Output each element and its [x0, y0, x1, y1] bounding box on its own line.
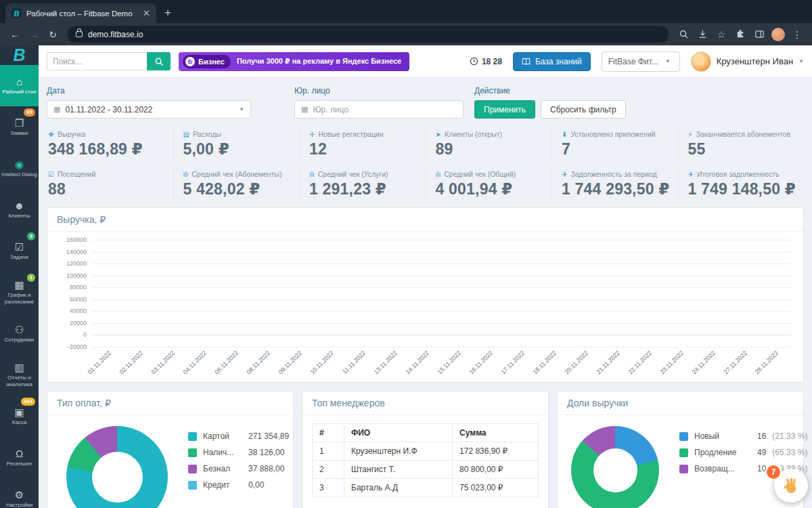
sidebar-item-reports[interactable]: ▥Отчеты и аналитика: [0, 354, 39, 396]
back-icon[interactable]: ←: [7, 29, 23, 40]
stat-value: 89: [436, 140, 548, 158]
sidebar-item-clients[interactable]: ☻Клиенты: [0, 189, 39, 230]
sidebar-item-label: Клиенты: [8, 213, 30, 219]
payment-types-card: Тип оплат, ₽ Картой271 354,89Налич...38 …: [47, 391, 294, 508]
legend-swatch-icon: [679, 465, 688, 473]
new-registrations-icon: ✛: [309, 131, 315, 138]
stat-value: 4 001,94 ₽: [436, 180, 548, 198]
building-icon: ▦: [301, 105, 308, 114]
sidebar-item-requests[interactable]: ❐Заявки69: [0, 106, 39, 148]
new-tab-button[interactable]: +: [164, 6, 171, 20]
stat-value: 88: [48, 180, 169, 198]
search-icon[interactable]: [675, 26, 692, 43]
download-icon[interactable]: [694, 26, 710, 43]
sidebar-item-tasks[interactable]: ☑Задачи3: [0, 230, 39, 272]
date-range-input[interactable]: ▦ 01.11.2022 - 30.11.2022 ▼: [47, 100, 251, 119]
sidebar-item-staff[interactable]: ⚇Сотрудники: [0, 313, 39, 354]
app: B ⌂Рабочий стол❐Заявки69◉Intellect Dialo…: [0, 45, 812, 508]
legend-item[interactable]: Кредит0,00: [188, 480, 289, 490]
legend-item[interactable]: Продление49(65.33 %): [679, 448, 807, 457]
stat-value: 1 744 293,50 ₽: [562, 180, 674, 198]
stat-label-text: Расходы: [193, 130, 221, 138]
payments-legend: Картой271 354,89Налич...38 126,00Безнал3…: [188, 426, 289, 508]
manager-cell: 3: [313, 479, 344, 497]
bookmark-star-icon[interactable]: ☆: [713, 26, 729, 43]
sidebar-item-dashboard[interactable]: ⌂Рабочий стол: [0, 65, 39, 106]
staff-icon: ⚇: [15, 324, 24, 335]
promo-banner[interactable]: Б Бизнес Получи 3000 ₽ на рекламу в Янде…: [179, 52, 409, 71]
search-button[interactable]: [147, 52, 171, 70]
revenue-chart-plot: -200000200004000060000800001000001200001…: [92, 240, 791, 347]
stat-value: 5,00 ₽: [183, 140, 296, 158]
stat-label-text: Новые регистрации: [318, 130, 383, 138]
schedule-icon: ▦: [14, 280, 24, 290]
legal-entity-input[interactable]: ▦ Юр. лицо: [294, 100, 464, 119]
sidebar-item-label: График и расписание: [1, 292, 37, 304]
tab-close-icon[interactable]: ✕: [143, 8, 150, 18]
stat-avg-check-total: ılıСредний чек (Общий)4 001,94 ₽: [426, 169, 552, 199]
chat-widget[interactable]: 7: [774, 469, 808, 503]
club-select[interactable]: FitBase Фит... ▼: [602, 51, 680, 72]
revenue-chart: -200000200004000060000800001000001200001…: [47, 232, 803, 382]
browser-menu-icon[interactable]: ⋮: [789, 26, 805, 43]
x-tick-label: 24.11.2022: [696, 347, 727, 381]
waving-hand-icon: [782, 476, 800, 495]
stat-value: 5 428,02 ₽: [183, 180, 296, 198]
manager-row: 1Крузенштерн И.Ф172 836,90 ₽: [313, 442, 539, 461]
chevron-down-icon: ▼: [665, 58, 671, 64]
revenue-shares-card: Доли выручки Новый16(21.33 %)Продление49…: [557, 391, 804, 508]
legend-item[interactable]: Новый16(21.33 %): [679, 431, 807, 441]
work-timer[interactable]: 18 28: [470, 57, 502, 66]
shares-donut: [571, 426, 659, 508]
date-filter-label: Дата: [47, 86, 251, 96]
legend-item[interactable]: Картой271 354,89: [188, 431, 289, 441]
y-tick-label: -20000: [58, 343, 87, 350]
filters-bar: Дата ▦ 01.11.2022 - 30.11.2022 ▼ Юр. лиц…: [39, 78, 812, 123]
sidebar: B ⌂Рабочий стол❐Заявки69◉Intellect Dialo…: [0, 45, 39, 508]
browser-tab[interactable]: B Рабочий стол – Fitbase Demo ✕: [5, 3, 156, 23]
y-tick-label: 20000: [58, 320, 87, 326]
legal-entity-filter: Юр. лицо ▦ Юр. лицо: [294, 86, 464, 119]
sidebar-item-intellect-dialog[interactable]: ◉Intellect Dialog: [0, 148, 39, 189]
x-tick-label: 14.11.2022: [410, 347, 442, 381]
sidebar-item-schedule[interactable]: ▦График и расписание1: [0, 272, 39, 313]
sidebar-item-label: Рабочий стол: [2, 89, 36, 95]
legend-label: Картой: [203, 431, 242, 441]
sidebar-nav: ⌂Рабочий стол❐Заявки69◉Intellect Dialog☻…: [0, 65, 39, 508]
y-tick-label: 120000: [58, 260, 87, 267]
legend-item[interactable]: Налич...38 126,00: [188, 448, 289, 457]
yandex-business-icon: Б: [185, 57, 195, 66]
action-label: Действие: [474, 86, 626, 96]
side-panel-icon[interactable]: [751, 26, 767, 43]
user-menu[interactable]: Крузенштерн Иван ▼: [691, 51, 804, 72]
payments-donut: [66, 426, 168, 508]
expenses-icon: ▤: [183, 131, 189, 138]
stat-label-text: Итоговая задолженность: [697, 170, 780, 178]
fitbase-logo[interactable]: B: [0, 45, 39, 65]
legend-item[interactable]: Безнал37 888,00: [188, 464, 289, 473]
stat-label-text: Заканчивается абонементов: [696, 130, 791, 138]
stat-value: 1 291,23 ₽: [309, 180, 422, 198]
y-tick-label: 60000: [58, 296, 87, 303]
legend-value: 271 354,89: [248, 431, 289, 441]
sidebar-item-settings[interactable]: ⚙Настройки: [0, 478, 39, 508]
reload-icon[interactable]: ↻: [45, 29, 61, 40]
stat-expenses: ▤Расходы5,00 ₽: [173, 129, 300, 159]
sidebar-item-cashbox[interactable]: ▣Касса344: [0, 396, 39, 437]
forward-icon[interactable]: →: [26, 29, 42, 40]
url-text: demo.fitbase.io: [88, 30, 143, 39]
address-bar[interactable]: demo.fitbase.io: [68, 26, 669, 43]
legend-swatch-icon: [188, 448, 197, 457]
sidebar-item-reception[interactable]: ΩРесепшен: [0, 437, 39, 478]
x-tick-label: 21.11.2022: [600, 347, 632, 381]
reset-filter-button[interactable]: Сбросить фильтр: [541, 100, 626, 119]
legend-label: Налич...: [203, 448, 242, 457]
search-input[interactable]: [47, 52, 147, 70]
extensions-puzzle-icon[interactable]: [732, 26, 748, 43]
legend-value: 16: [757, 431, 766, 441]
apps-installed-icon: ⬇: [562, 131, 567, 138]
apply-button[interactable]: Применить: [474, 100, 535, 119]
knowledge-base-button[interactable]: База знаний: [513, 52, 591, 71]
payment-types-title: Тип оплат, ₽: [47, 391, 293, 415]
browser-profile-avatar[interactable]: [771, 28, 785, 41]
